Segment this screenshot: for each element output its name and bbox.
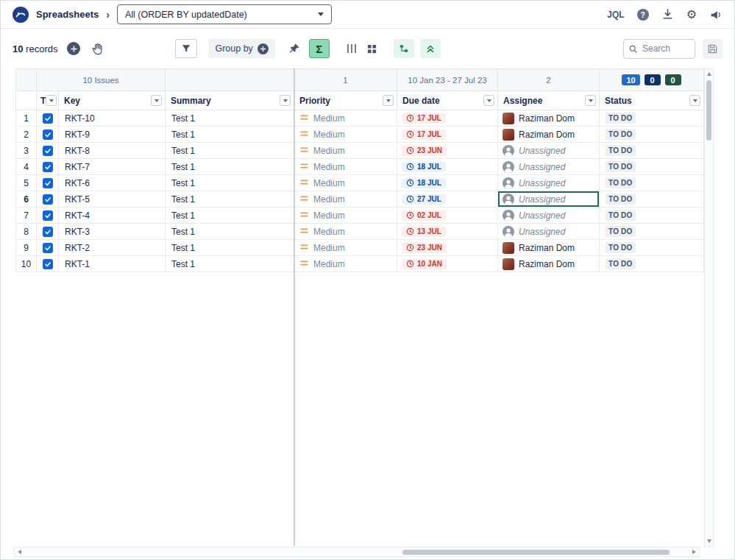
filter-caret-icon[interactable] [151,95,162,106]
issue-key-cell[interactable]: RKT-7 [59,159,166,175]
filter-caret-icon[interactable] [585,95,596,106]
columns-icon[interactable] [346,43,358,54]
row-select-cell[interactable] [37,159,59,175]
scroll-up-arrow[interactable] [705,69,713,79]
issue-summary-cell[interactable]: Test 1 [166,175,294,191]
row-select-cell[interactable] [37,256,59,272]
horizontal-scrollbar-thumb[interactable] [402,550,670,555]
due-date-cell[interactable]: 27 JUL [397,191,498,208]
status-cell[interactable]: TO DO [600,191,704,208]
search-input[interactable] [623,39,695,59]
issue-summary-cell[interactable]: Test 1 [166,159,294,175]
due-date-cell[interactable]: 23 JUN [397,143,498,159]
assignee-cell[interactable]: Raziman Dom [498,127,600,143]
status-cell[interactable]: TO DO [600,240,704,256]
issue-key-cell[interactable]: RKT-6 [59,175,166,191]
issue-key-cell[interactable]: RKT-10 [59,110,166,127]
assignee-cell[interactable]: Unassigned [498,175,600,191]
column-header-type[interactable]: T [37,91,59,110]
row-number[interactable]: 6 [16,191,37,208]
issue-key-cell[interactable]: RKT-1 [59,256,166,272]
issue-summary-cell[interactable]: Test 1 [166,256,294,272]
issue-summary-cell[interactable]: Test 1 [166,208,294,224]
row-checkbox-checked[interactable] [43,113,53,124]
column-header-summary[interactable]: Summary [166,91,294,110]
row-select-cell[interactable] [37,224,59,240]
assignee-cell[interactable]: Raziman Dom [498,256,600,272]
priority-cell[interactable]: Medium [294,224,397,240]
sum-sigma-button[interactable]: Σ [309,39,330,58]
view-selector-dropdown[interactable]: All (ORDER BY updatedDate) [117,4,332,24]
row-number[interactable]: 2 [16,127,37,143]
priority-cell[interactable]: Medium [294,191,397,208]
help-icon[interactable]: ? [637,9,649,21]
row-checkbox-checked[interactable] [43,162,53,172]
issue-summary-cell[interactable]: Test 1 [166,143,294,159]
drag-hand-icon[interactable] [90,42,104,56]
filter-caret-icon[interactable] [46,95,57,106]
priority-cell[interactable]: Medium [294,110,397,127]
row-number[interactable]: 9 [16,240,37,256]
filter-caret-icon[interactable] [483,95,494,106]
vertical-scrollbar[interactable] [704,68,714,547]
announcement-icon[interactable] [709,8,722,21]
priority-cell[interactable]: Medium [294,256,397,272]
assignee-cell[interactable]: Unassigned [498,159,600,175]
issue-summary-cell[interactable]: Test 1 [166,191,294,208]
group-by-button[interactable]: Group by [208,39,274,58]
row-checkbox-checked[interactable] [43,194,53,205]
issue-summary-cell[interactable]: Test 1 [166,224,294,240]
issue-key-cell[interactable]: RKT-8 [59,143,166,159]
row-number[interactable]: 1 [16,110,37,127]
row-checkbox-checked[interactable] [43,227,53,237]
priority-cell[interactable]: Medium [294,208,397,224]
issue-key-cell[interactable]: RKT-9 [59,127,166,143]
due-date-cell[interactable]: 02 JUL [397,208,498,224]
assignee-cell[interactable]: Raziman Dom [498,110,600,127]
row-checkbox-checked[interactable] [43,243,53,253]
row-checkbox-checked[interactable] [43,130,53,140]
priority-cell[interactable]: Medium [294,143,397,159]
row-checkbox-checked[interactable] [43,178,53,188]
status-cell[interactable]: TO DO [600,208,704,224]
status-cell[interactable]: TO DO [600,175,704,191]
row-select-cell[interactable] [37,127,59,143]
column-header-key[interactable]: Key [59,91,166,110]
row-number[interactable]: 10 [16,256,37,272]
scroll-left-arrow[interactable] [15,547,24,556]
issue-summary-cell[interactable]: Test 1 [166,110,294,127]
download-icon[interactable] [661,8,674,21]
status-cell[interactable]: TO DO [600,127,704,143]
due-date-cell[interactable]: 17 JUL [397,127,498,143]
row-number[interactable]: 4 [16,159,37,175]
filter-caret-icon[interactable] [689,95,700,106]
assignee-cell[interactable]: Unassigned [498,208,600,224]
due-date-cell[interactable]: 17 JUL [397,110,498,127]
priority-cell[interactable]: Medium [294,159,397,175]
save-button[interactable] [703,39,722,59]
row-number[interactable]: 7 [16,208,37,224]
issue-key-cell[interactable]: RKT-2 [59,240,166,256]
pin-icon[interactable] [288,43,300,54]
status-cell[interactable]: TO DO [600,110,704,127]
row-select-cell[interactable] [37,143,59,159]
column-header-due-date[interactable]: Due date [397,91,498,110]
column-header-assignee[interactable]: Assignee [498,91,600,110]
status-cell[interactable]: TO DO [600,159,704,175]
hierarchy-tree-button[interactable] [394,39,414,58]
row-number[interactable]: 8 [16,224,37,240]
priority-cell[interactable]: Medium [294,127,397,143]
row-checkbox-checked[interactable] [43,259,53,269]
issue-summary-cell[interactable]: Test 1 [166,127,294,143]
row-select-cell[interactable] [37,175,59,191]
priority-cell[interactable]: Medium [294,175,397,191]
due-date-cell[interactable]: 13 JUL [397,224,498,240]
row-select-cell[interactable] [37,240,59,256]
scroll-down-arrow[interactable] [705,536,713,546]
select-all-corner[interactable] [16,91,37,110]
column-header-priority[interactable]: Priority [294,91,397,110]
assignee-cell[interactable]: Unassigned [498,143,600,159]
assignee-cell[interactable]: Raziman Dom [498,240,600,256]
grid-blocks-icon[interactable] [366,43,377,54]
filter-button[interactable] [175,39,197,58]
